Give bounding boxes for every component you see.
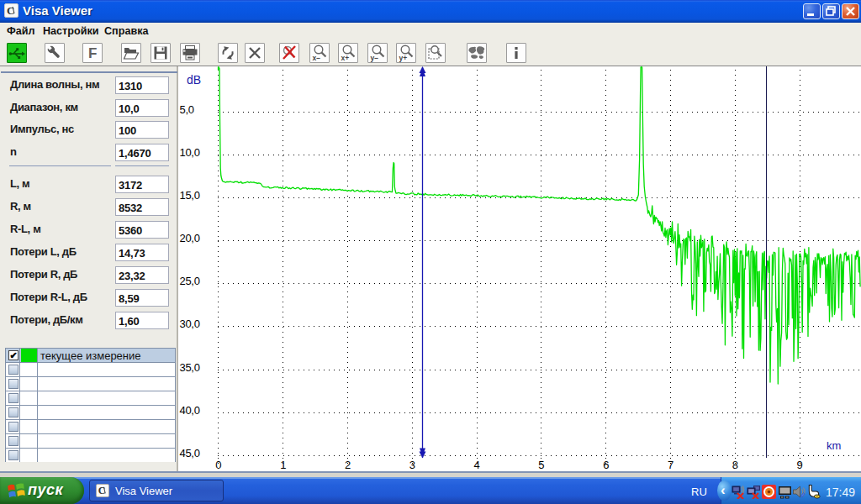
svg-text:10,0: 10,0 xyxy=(180,146,200,159)
svg-text:45,0: 45,0 xyxy=(180,447,200,459)
svg-text:0: 0 xyxy=(215,459,221,471)
svg-text:y−: y− xyxy=(371,54,379,62)
svg-text:9: 9 xyxy=(797,459,803,471)
svg-text:x−: x− xyxy=(313,54,321,62)
svg-text:40,0: 40,0 xyxy=(180,404,200,417)
svg-text:35,0: 35,0 xyxy=(180,361,200,374)
svg-text:1: 1 xyxy=(280,459,286,471)
svg-text:dB: dB xyxy=(187,73,201,87)
svg-text:6: 6 xyxy=(603,459,609,471)
svg-text:y+: y+ xyxy=(399,54,408,62)
svg-text:3: 3 xyxy=(409,459,415,471)
svg-text:F: F xyxy=(88,45,97,61)
svg-text:15,0: 15,0 xyxy=(180,189,200,202)
svg-text:4: 4 xyxy=(474,459,480,471)
svg-text:5,0: 5,0 xyxy=(180,103,194,116)
svg-text:7: 7 xyxy=(668,459,673,471)
svg-text:30,0: 30,0 xyxy=(180,318,200,330)
svg-text:km: km xyxy=(827,439,841,452)
svg-text:2: 2 xyxy=(345,459,351,471)
svg-text:20,0: 20,0 xyxy=(180,232,200,244)
svg-text:8: 8 xyxy=(732,459,738,471)
svg-text:25,0: 25,0 xyxy=(180,275,200,287)
svg-text:5: 5 xyxy=(538,459,544,471)
svg-text:x+: x+ xyxy=(341,54,350,62)
